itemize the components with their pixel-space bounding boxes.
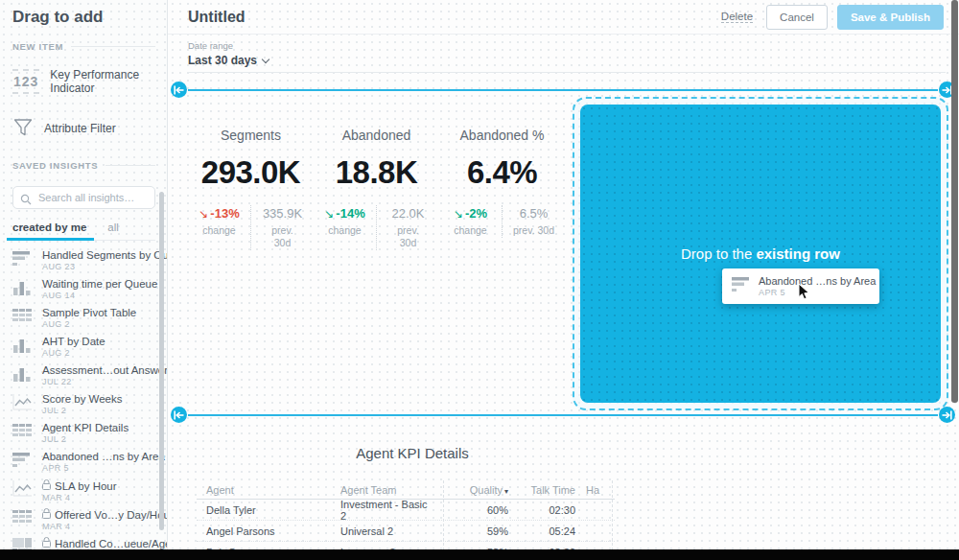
kpi-prev-value: 22.0K <box>379 206 437 221</box>
line-chart-icon <box>12 479 34 504</box>
list-item[interactable]: AHT by Date AUG 2 <box>12 332 167 361</box>
list-item[interactable]: Assessment…out Answer JUL 22 <box>12 361 167 389</box>
insight-title: Abandoned …ns by Area <box>42 451 165 462</box>
page-scrollbar[interactable] <box>951 0 958 403</box>
insight-date: AUG 2 <box>42 348 105 358</box>
cell-quality: 59% <box>433 525 513 537</box>
new-item-attribute-filter[interactable]: Attribute Filter <box>12 111 155 146</box>
divider <box>105 165 155 166</box>
line-chart-icon <box>12 393 34 418</box>
tab-all[interactable]: all <box>107 222 119 233</box>
insight-title: Handled Segments by Outco <box>42 249 167 261</box>
cell-talk-time: 05:24 <box>513 525 577 537</box>
kpi-change-label: change <box>190 224 248 237</box>
section-new-item: NEW ITEM <box>12 41 155 52</box>
tab-created-by-me[interactable]: created by me <box>12 222 86 233</box>
list-item[interactable]: Score by Weeks JUL 2 <box>12 389 167 418</box>
insight-title: Waiting time per Queue <box>42 278 157 290</box>
table-column-divider <box>443 480 444 560</box>
table-column-divider <box>612 480 613 560</box>
search-input[interactable] <box>12 186 155 209</box>
panel-title: Drag to add <box>12 8 167 27</box>
insight-title: Agent KPI Details <box>42 422 129 433</box>
kpi-prev-label: prev. 30d <box>504 224 563 237</box>
table-icon <box>12 422 34 447</box>
kpi-prev-value: 6.5% <box>504 206 563 221</box>
list-item[interactable]: Sample Pivot Table AUG 2 <box>12 303 167 332</box>
column-header-agent-team[interactable]: Agent Team <box>340 484 433 496</box>
bottom-bar <box>0 549 959 560</box>
kpi-change: -14% <box>336 206 364 221</box>
insight-date: APR 5 <box>42 463 165 473</box>
column-header-quality[interactable]: Quality▾ <box>433 484 513 496</box>
row-divider <box>188 89 938 91</box>
kpi-change: -13% <box>210 206 239 221</box>
new-item-label: Attribute Filter <box>44 122 116 135</box>
kpi-widget-segments[interactable]: Segments 293.0K ↘-13% change 335.9K prev… <box>188 104 314 250</box>
trend-down-icon: ↘ <box>199 207 208 221</box>
list-item[interactable]: Waiting time per Queue AUG 14 <box>12 274 167 303</box>
cancel-button[interactable]: Cancel <box>766 5 828 30</box>
delete-button[interactable]: Delete <box>721 11 753 23</box>
insight-title: Offered Vo…y Day/Hour <box>55 509 167 521</box>
new-item-kpi[interactable]: 123 Key Performance Indicator <box>12 64 155 99</box>
sidebar-scrollbar[interactable] <box>159 192 164 530</box>
cell-team: Investment - Basic 2 <box>340 499 433 522</box>
insight-title: Sample Pivot Table <box>42 307 136 318</box>
insight-title: SLA by Hour <box>55 480 117 492</box>
insight-date: JUL 2 <box>42 406 123 415</box>
list-item[interactable]: Agent KPI Details JUL 2 <box>12 418 167 447</box>
extend-row-left-icon[interactable] <box>171 407 187 423</box>
bar-chart-icon <box>12 249 34 274</box>
save-publish-button[interactable]: Save & Publish <box>837 5 944 30</box>
section-saved-insights: SAVED INSIGHTS <box>12 160 155 171</box>
kpi-widget-abandoned-pct[interactable]: Abandoned % 6.4% ↘-2% change 6.5% prev. … <box>439 104 565 250</box>
kpi-prev-label: prev. 30d <box>391 224 426 249</box>
divider <box>188 72 946 73</box>
insight-title: AHT by Date <box>42 336 105 347</box>
cell-quality: 60% <box>433 504 513 516</box>
section-label: NEW ITEM <box>12 41 63 52</box>
insight-date: AUG 23 <box>42 262 167 271</box>
column-header-handle[interactable]: Ha <box>577 484 605 496</box>
sort-desc-icon: ▾ <box>504 487 508 496</box>
insight-title: Handled Co…ueue/Agen <box>55 538 167 549</box>
extend-row-left-icon[interactable] <box>171 82 187 98</box>
kpi-widget-abandoned[interactable]: Abandoned 18.8K ↘-14% change 22.0K prev.… <box>314 104 439 250</box>
editor-header: Untitled Delete Cancel Save & Publish <box>168 0 959 35</box>
bar-chart-icon <box>732 276 751 296</box>
kpi-change-label: change <box>316 224 374 237</box>
kpi-value: 6.4% <box>439 154 565 191</box>
date-range-filter[interactable]: Date range Last 30 days <box>188 40 269 67</box>
list-item[interactable]: Handled Segments by Outco AUG 23 <box>12 245 167 274</box>
dashboard-editor: Drag to add NEW ITEM 123 Key Performance… <box>0 0 959 560</box>
list-item[interactable]: SLA by Hour MAR 4 <box>12 476 167 504</box>
insight-title: Assessment…out Answer <box>42 364 167 376</box>
lock-icon <box>42 479 51 492</box>
drop-zone-highlight: Drop to the existing row Abandoned …ns b… <box>580 105 941 403</box>
cell-agent: Della Tyler <box>197 504 340 516</box>
extend-row-right-icon[interactable] <box>939 407 955 423</box>
insight-title: Abandoned …ns by Area <box>759 275 876 287</box>
kpi-prev-value: 335.9K <box>253 206 312 221</box>
section-label: SAVED INSIGHTS <box>12 160 98 171</box>
insight-date: MAR 4 <box>42 493 117 502</box>
lock-icon <box>42 508 51 521</box>
cell-talk-time: 02:30 <box>513 504 577 516</box>
list-item[interactable]: Offered Vo…y Day/Hour MAR 4 <box>12 504 167 533</box>
column-header-talk-time[interactable]: Talk Time <box>513 484 577 496</box>
kpi-prev-label: prev. 30d <box>266 224 300 249</box>
list-item[interactable]: Abandoned …ns by Area APR 5 <box>12 447 167 476</box>
column-header-agent[interactable]: Agent <box>197 484 340 496</box>
drop-zone[interactable]: Drop to the existing row Abandoned …ns b… <box>573 97 948 410</box>
insight-search <box>12 186 155 209</box>
drop-message: Drop to the existing row <box>580 245 941 262</box>
insight-date: APR 5 <box>759 288 876 297</box>
insight-date: JUL 22 <box>42 377 167 386</box>
cell-team: Universal 2 <box>340 525 433 537</box>
chevron-down-icon <box>262 55 269 62</box>
bar-chart-icon <box>12 451 34 476</box>
trend-down-icon: ↘ <box>324 207 334 221</box>
dashboard-title[interactable]: Untitled <box>188 9 721 26</box>
column-chart-icon <box>12 364 34 389</box>
